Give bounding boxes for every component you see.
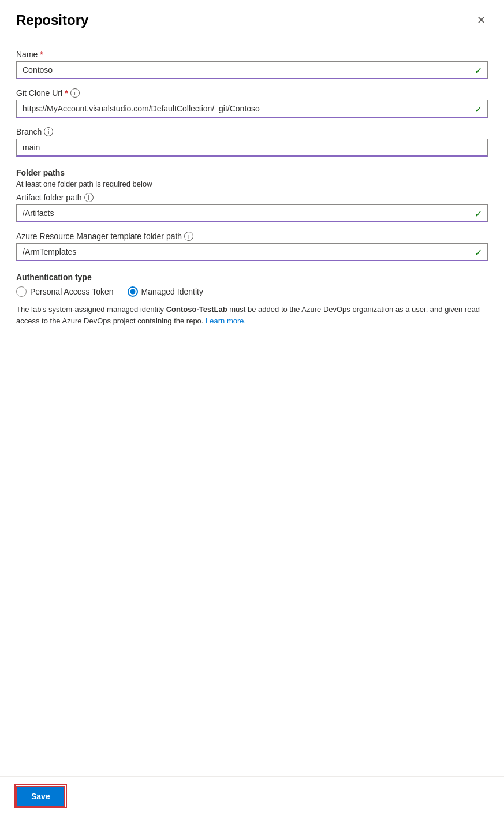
panel-header: Repository ✕ [0,0,504,38]
artifact-folder-input[interactable] [16,204,488,222]
close-icon: ✕ [477,14,486,27]
artifact-folder-check-icon: ✓ [475,208,482,219]
auth-type-label: Authentication type [16,273,488,282]
arm-template-check-icon: ✓ [475,247,482,258]
panel-footer: Save [0,776,504,816]
radio-pat-input[interactable] [16,286,27,297]
branch-input[interactable] [16,139,488,157]
name-required-star: * [40,50,43,59]
branch-field-group: Branch i [16,127,488,157]
name-input[interactable] [16,61,488,79]
branch-info-icon[interactable]: i [44,127,53,136]
panel-body: Name * ✓ Git Clone Url * i ✓ Branch [0,38,504,776]
arm-template-info-icon[interactable]: i [184,232,193,241]
close-button[interactable]: ✕ [472,12,490,29]
arm-template-folder-group: Azure Resource Manager template folder p… [16,232,488,261]
name-label: Name * [16,50,488,59]
name-input-wrapper: ✓ [16,61,488,79]
artifact-folder-label: Artifact folder path i [16,193,488,202]
artifact-folder-input-wrapper: ✓ [16,204,488,222]
folder-paths-heading: Folder paths [16,168,488,177]
artifact-folder-group: Artifact folder path i ✓ [16,193,488,222]
git-clone-url-input-wrapper: ✓ [16,100,488,118]
arm-template-folder-label: Azure Resource Manager template folder p… [16,232,488,241]
name-field-group: Name * ✓ [16,50,488,79]
repository-panel: Repository ✕ Name * ✓ Git Clone Url * i [0,0,504,816]
page-title: Repository [16,12,88,28]
radio-managed-label: Managed Identity [141,287,203,296]
radio-managed-option[interactable]: Managed Identity [128,286,203,297]
radio-pat-option[interactable]: Personal Access Token [16,286,114,297]
git-clone-url-input[interactable] [16,100,488,118]
radio-group: Personal Access Token Managed Identity [16,286,488,297]
git-clone-url-info-icon[interactable]: i [70,88,80,98]
learn-more-link[interactable]: Learn more. [206,316,246,325]
name-check-icon: ✓ [475,65,482,76]
radio-pat-label: Personal Access Token [30,287,114,296]
folder-paths-section: Folder paths At least one folder path is… [16,168,488,261]
artifact-folder-info-icon[interactable]: i [84,193,94,202]
save-button[interactable]: Save [16,786,65,807]
git-clone-url-label: Git Clone Url * i [16,88,488,98]
branch-label: Branch i [16,127,488,136]
git-clone-url-field-group: Git Clone Url * i ✓ [16,88,488,118]
radio-managed-input[interactable] [128,286,138,297]
git-clone-url-required-star: * [65,88,68,98]
arm-template-folder-input[interactable] [16,243,488,261]
arm-template-input-wrapper: ✓ [16,243,488,261]
folder-paths-subtext: At least one folder path is required bel… [16,180,488,188]
auth-description: The lab's system-assigned managed identi… [16,304,488,326]
git-clone-url-check-icon: ✓ [475,103,482,114]
auth-type-section: Authentication type Personal Access Toke… [16,273,488,326]
auth-lab-name: Contoso-TestLab [166,305,227,314]
branch-input-wrapper [16,139,488,157]
